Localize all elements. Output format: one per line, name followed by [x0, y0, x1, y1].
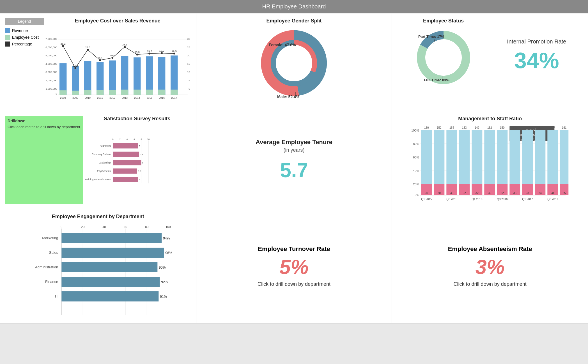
- svg-text:0: 0: [61, 225, 62, 229]
- svg-rect-92: [113, 152, 139, 157]
- svg-point-38: [74, 67, 76, 69]
- svg-text:Q3 2016: Q3 2016: [497, 198, 508, 201]
- svg-text:Administration: Administration: [35, 265, 58, 269]
- svg-text:157: 157: [538, 126, 543, 129]
- svg-rect-89: [113, 143, 138, 149]
- svg-text:Alignment: Alignment: [100, 144, 111, 147]
- svg-text:Part Time: 17%: Part Time: 17%: [418, 34, 444, 39]
- svg-text:Marketing: Marketing: [42, 236, 58, 240]
- svg-text:3,000,000: 3,000,000: [45, 71, 57, 73]
- turnover-value: 5%: [279, 255, 309, 278]
- svg-text:14.9: 14.9: [73, 64, 78, 67]
- svg-rect-20: [97, 62, 104, 95]
- svg-rect-31: [109, 90, 116, 95]
- svg-text:8: 8: [142, 162, 144, 164]
- turnover-subtitle: Click to drill down by department: [258, 281, 330, 287]
- svg-rect-33: [134, 90, 141, 95]
- svg-text:90%: 90%: [159, 266, 166, 269]
- svg-text:5,000,000: 5,000,000: [45, 54, 57, 57]
- svg-text:1,000,000: 1,000,000: [45, 87, 57, 90]
- svg-text:2012: 2012: [109, 96, 115, 99]
- svg-text:30: 30: [438, 192, 441, 195]
- tenure-subtitle: (in years): [283, 147, 304, 153]
- svg-text:80: 80: [145, 225, 148, 229]
- svg-text:40: 40: [102, 225, 106, 229]
- drilldown-box[interactable]: Drilldown Click each metric to drill dow…: [5, 116, 83, 204]
- svg-text:Company Culture: Company Culture: [92, 153, 111, 156]
- percentage-swatch: [5, 42, 10, 47]
- gender-donut-svg: Female: 47.6% Male: 52.4%: [252, 24, 336, 102]
- legend-title: Legend: [5, 18, 44, 25]
- svg-text:26.2: 26.2: [61, 42, 66, 45]
- svg-text:Q3 2015: Q3 2015: [446, 198, 457, 201]
- tenure-value: 5.7: [280, 159, 308, 182]
- absenteeism-card[interactable]: Employee Absenteeism Rate 3% Click to dr…: [392, 209, 588, 324]
- engagement-title: Employee Engagement by Department: [5, 214, 191, 220]
- svg-text:32: 32: [501, 192, 504, 195]
- svg-rect-27: [59, 90, 66, 95]
- svg-rect-200: [61, 291, 159, 301]
- svg-text:7: 7: [139, 145, 140, 147]
- svg-text:149: 149: [475, 126, 479, 129]
- svg-rect-138: [472, 130, 483, 184]
- svg-text:2017: 2017: [171, 96, 177, 99]
- turnover-title: Employee Turnover Rate: [258, 245, 330, 253]
- svg-text:25: 25: [187, 46, 190, 49]
- employee-cost-chart-area: Employee Cost over Sales Revenue 7,000,0…: [44, 18, 191, 106]
- svg-rect-35: [158, 90, 165, 95]
- svg-text:34: 34: [539, 192, 542, 195]
- svg-text:8: 8: [141, 138, 142, 140]
- svg-text:60%: 60%: [413, 156, 419, 159]
- svg-rect-28: [72, 91, 79, 95]
- employee-status-title: Employee Status: [423, 18, 464, 24]
- satisfaction-chart-area: Satisfaction Survey Results 0 2 4 6 8 10: [83, 116, 191, 204]
- svg-text:6,000,000: 6,000,000: [45, 46, 57, 49]
- svg-rect-134: [459, 130, 470, 184]
- legend-box: Legend Revenue Employee Cost Percentage: [5, 18, 44, 106]
- svg-rect-30: [97, 90, 104, 95]
- employee-status-card: Employee Status Part Time: 17%: [392, 13, 588, 111]
- svg-text:96%: 96%: [165, 251, 172, 255]
- svg-text:19.5: 19.5: [172, 50, 177, 53]
- svg-text:19.9: 19.9: [159, 49, 164, 52]
- legend-cost-label: Employee Cost: [12, 35, 39, 40]
- legend-item-revenue: Revenue: [5, 28, 44, 33]
- svg-text:40%: 40%: [413, 169, 419, 172]
- svg-text:10: 10: [187, 71, 190, 73]
- svg-rect-22: [121, 56, 128, 95]
- svg-rect-19: [84, 61, 91, 95]
- svg-text:7: 7: [139, 178, 140, 181]
- engagement-card: Employee Engagement by Department 0 20 4…: [0, 209, 196, 324]
- employee-cost-svg: 7,000,000 6,000,000 5,000,000 4,000,000 …: [44, 27, 191, 105]
- svg-text:155: 155: [513, 126, 517, 129]
- absenteeism-subtitle: Click to drill down by department: [454, 281, 527, 287]
- satisfaction-svg: 0 2 4 6 8 10 7 Alignment: [83, 125, 191, 197]
- svg-text:100: 100: [166, 225, 171, 229]
- svg-rect-150: [510, 130, 520, 184]
- svg-text:0: 0: [189, 87, 190, 90]
- svg-rect-36: [171, 90, 178, 95]
- internal-promotion-title: Internal Promotion Rate: [507, 38, 566, 45]
- svg-text:30: 30: [187, 38, 190, 40]
- svg-text:Q3 2017: Q3 2017: [547, 198, 558, 201]
- legend-item-cost: Employee Cost: [5, 35, 44, 40]
- svg-text:Female: 47.6%: Female: 47.6%: [269, 43, 296, 47]
- svg-text:6.8: 6.8: [138, 170, 141, 172]
- svg-rect-166: [560, 130, 569, 184]
- svg-text:10: 10: [147, 138, 150, 140]
- svg-text:92%: 92%: [161, 280, 168, 284]
- turnover-card[interactable]: Employee Turnover Rate 5% Click to drill…: [196, 209, 392, 324]
- svg-text:25.1: 25.1: [122, 43, 127, 46]
- legend-percentage-label: Percentage: [12, 42, 32, 46]
- svg-text:Q1 2015: Q1 2015: [421, 198, 432, 201]
- svg-text:18.3: 18.3: [135, 51, 140, 54]
- svg-text:2014: 2014: [134, 96, 140, 99]
- svg-text:IT: IT: [55, 294, 58, 298]
- svg-text:Male: 52.4%: Male: 52.4%: [277, 95, 300, 99]
- svg-rect-146: [497, 130, 508, 184]
- svg-rect-21: [109, 61, 116, 95]
- svg-point-44: [148, 53, 150, 55]
- svg-text:161: 161: [562, 126, 567, 129]
- revenue-swatch: [5, 28, 10, 33]
- drilldown-title: Drilldown: [8, 119, 80, 123]
